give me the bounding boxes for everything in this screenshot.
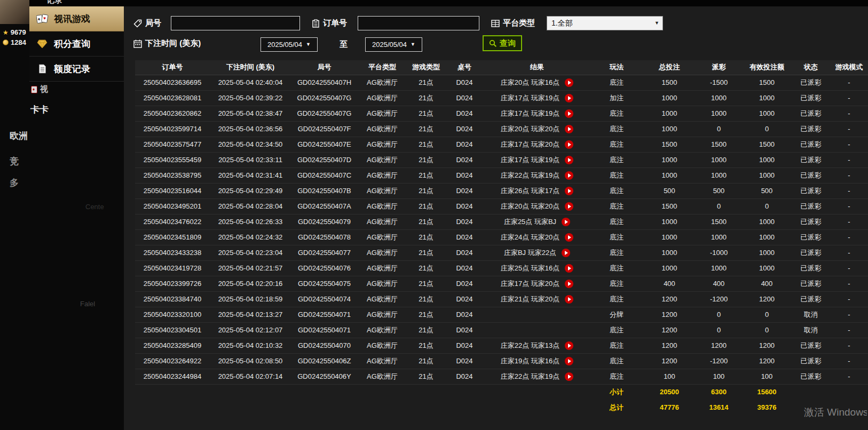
- background-item-video: 视: [31, 84, 48, 94]
- game-mode-cell: -: [830, 229, 868, 245]
- summary-value: 6300: [696, 384, 741, 400]
- time-cell: 2025-05-04 02:38:47: [210, 106, 291, 121]
- time-cell: 2025-05-04 02:23:04: [210, 245, 291, 260]
- summary-row: 小计20500630015600: [135, 384, 868, 400]
- table-row: 2505040233201002025-05-04 02:13:27GD0242…: [135, 307, 868, 322]
- round-cell: GD02425504078: [291, 229, 358, 245]
- top-bar: 记录: [29, 0, 868, 6]
- video-play-icon[interactable]: [565, 78, 573, 87]
- summary-value: 15600: [741, 384, 792, 400]
- game-mode-cell: -: [830, 291, 868, 307]
- valid-bet-cell: 400: [741, 276, 792, 291]
- valid-bet-cell: 1200: [741, 338, 792, 353]
- order-cell: 250504023320100: [135, 307, 210, 322]
- platform-select[interactable]: 1.全部 ▼: [547, 16, 663, 30]
- search-button[interactable]: 查询: [483, 35, 522, 51]
- table-row: 2505040234332382025-05-04 02:23:04GD0242…: [135, 245, 868, 260]
- game-mode-cell: -: [830, 198, 868, 214]
- result-text: 庄家20点 玩家20点: [501, 202, 560, 210]
- order-cell: 250504023495201: [135, 198, 210, 214]
- column-header: 游戏模式: [830, 60, 868, 75]
- video-play-icon[interactable]: [565, 125, 573, 133]
- game-mode-cell: -: [830, 90, 868, 106]
- date-from-select[interactable]: 2025/05/04 ▼: [261, 37, 318, 52]
- video-play-icon[interactable]: [565, 341, 573, 350]
- play-triangle: [568, 344, 571, 348]
- play-triangle: [568, 127, 571, 131]
- empty-cell: [407, 400, 445, 415]
- game-mode-cell: -: [830, 75, 868, 90]
- chevron-down-icon: ▼: [306, 42, 311, 47]
- time-cell: 2025-05-04 02:13:27: [210, 307, 291, 322]
- time-cell: 2025-05-04 02:40:04: [210, 75, 291, 90]
- round-cell: GD0242550407H: [291, 75, 358, 90]
- table-number-cell: D024: [445, 183, 484, 198]
- result-cell: 庄家BJ 玩家22点: [484, 245, 590, 260]
- platform-cell: AG欧洲厅: [358, 106, 407, 121]
- table-row: 2505040234197282025-05-04 02:21:57GD0242…: [135, 260, 868, 276]
- video-play-icon[interactable]: [565, 295, 573, 304]
- result-cell: 庄家26点 玩家17点: [484, 183, 590, 198]
- payout-cell: 1500: [696, 137, 741, 152]
- platform-cell: AG欧洲厅: [358, 307, 407, 322]
- video-play-icon[interactable]: [562, 218, 570, 226]
- background-label-faint2: Falel: [80, 300, 95, 308]
- main-panel: 局号 订单号 平台类型 1.全部 ▼ 下注时间 (美东) 2025/05/04 …: [124, 6, 868, 430]
- result-text: 庄家17点 玩家20点: [501, 140, 560, 148]
- video-play-icon[interactable]: [565, 171, 573, 180]
- order-number-input[interactable]: [358, 16, 479, 30]
- video-play-icon[interactable]: [565, 140, 573, 149]
- round-cell: GD02425504071: [291, 307, 358, 322]
- payout-cell: -1200: [696, 291, 741, 307]
- video-play-icon[interactable]: [565, 233, 573, 242]
- game-type-cell: 21点: [407, 198, 445, 214]
- empty-cell: [792, 384, 830, 400]
- play-type-cell: 分牌: [590, 307, 643, 322]
- time-cell: 2025-05-04 02:18:59: [210, 291, 291, 307]
- sidebar-item-video-games[interactable]: ♠ ♥ 视讯游戏: [29, 6, 124, 31]
- video-play-icon[interactable]: [565, 202, 573, 211]
- time-cell: 2025-05-04 02:07:14: [210, 369, 291, 384]
- video-play-icon[interactable]: [565, 187, 573, 195]
- payout-cell: 400: [696, 276, 741, 291]
- video-play-icon[interactable]: [565, 156, 573, 164]
- play-type-cell: 底注: [590, 276, 643, 291]
- video-play-icon[interactable]: [565, 94, 573, 102]
- video-play-icon[interactable]: [565, 264, 573, 273]
- sidebar-item-label: 积分查询: [54, 38, 90, 50]
- video-play-icon[interactable]: [565, 357, 573, 365]
- valid-bet-cell: 1000: [741, 214, 792, 229]
- round-cell: GD02425504074: [291, 291, 358, 307]
- video-play-icon[interactable]: [562, 249, 570, 257]
- time-cell: 2025-05-04 02:39:22: [210, 90, 291, 106]
- game-mode-cell: -: [830, 245, 868, 260]
- summary-value: 39376: [741, 400, 792, 415]
- sidebar-item-points-query[interactable]: 积分查询: [29, 31, 124, 57]
- payout-cell: 1000: [696, 106, 741, 121]
- date-to-select[interactable]: 2025/05/04 ▼: [365, 37, 422, 52]
- game-type-cell: 21点: [407, 276, 445, 291]
- diamond-icon: [36, 39, 49, 49]
- table-number-cell: D024: [445, 307, 484, 322]
- round-cell: GD02425504077: [291, 245, 358, 260]
- summary-value: 47776: [643, 400, 696, 415]
- play-triangle: [568, 158, 571, 162]
- avatar[interactable]: [0, 0, 29, 24]
- play-type-cell: 加注: [590, 90, 643, 106]
- status-cell: 已派彩: [792, 245, 830, 260]
- total-bet-cell: 1000: [643, 90, 696, 106]
- round-cell: GD02425504071: [291, 322, 358, 338]
- round-number-input[interactable]: [171, 16, 300, 30]
- video-play-icon[interactable]: [565, 109, 573, 118]
- sidebar-item-quota-records[interactable]: 额度记录: [29, 57, 124, 82]
- video-play-icon[interactable]: [565, 372, 573, 381]
- summary-value: 13614: [696, 400, 741, 415]
- platform-cell: AG欧洲厅: [358, 338, 407, 353]
- game-type-cell: 21点: [407, 338, 445, 353]
- round-cell: GD0242550407D: [291, 152, 358, 168]
- table-number-cell: D024: [445, 198, 484, 214]
- round-cell: GD02425504079: [291, 214, 358, 229]
- table-number-cell: D024: [445, 353, 484, 369]
- payout-cell: 1000: [696, 168, 741, 183]
- video-play-icon[interactable]: [565, 280, 573, 288]
